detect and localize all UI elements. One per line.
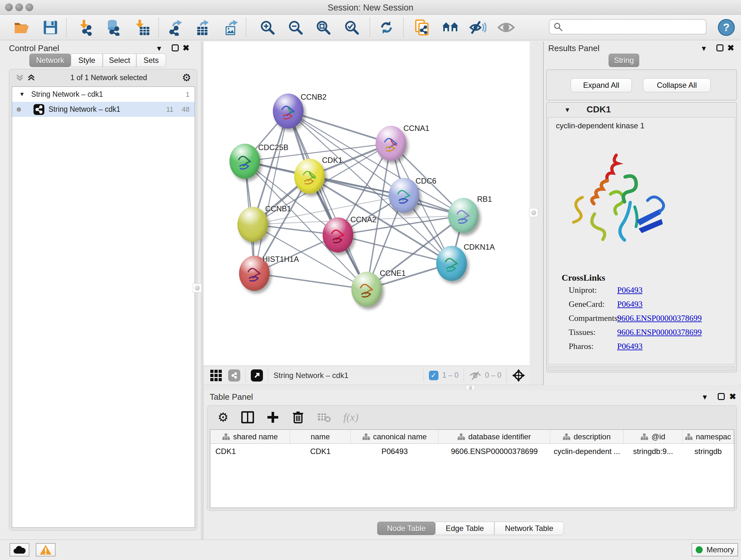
column-header-label: canonical name <box>373 432 427 441</box>
add-column-icon[interactable] <box>267 411 279 423</box>
clone-network-button[interactable] <box>413 18 431 37</box>
crosslink-link[interactable]: 9606.ENSP00000378699 <box>617 314 702 323</box>
section-expander-icon[interactable]: ▼ <box>564 106 570 114</box>
column-header-label: description <box>574 432 610 441</box>
birds-eye-view-icon[interactable] <box>210 369 222 382</box>
tab-sets[interactable]: Sets <box>136 54 166 67</box>
zoom-selected-button[interactable] <box>343 18 360 37</box>
tab-select[interactable]: Select <box>103 54 136 67</box>
control-panel-float-button[interactable]: ▾ <box>157 44 161 52</box>
protein-description: cyclin-dependent kinase 1 <box>556 121 645 130</box>
column-header--id[interactable]: @id <box>623 430 683 443</box>
crosslink-link[interactable]: 9606.ENSP00000378699 <box>617 327 702 337</box>
collection-expander-icon[interactable]: ▼ <box>19 91 25 98</box>
crosslink-link[interactable]: P06493 <box>617 341 643 351</box>
right-split-grip[interactable] <box>529 208 538 217</box>
network-node-CCNA2[interactable] <box>323 217 353 253</box>
save-session-button[interactable] <box>42 18 59 37</box>
refresh-icon <box>379 20 394 35</box>
control-panel-close-button[interactable]: ✖ <box>183 44 190 52</box>
selected-checkbox-icon[interactable]: ✓ <box>429 371 439 380</box>
network-node-CDKN1A[interactable] <box>436 246 467 281</box>
open-in-new-window-icon[interactable] <box>251 369 263 381</box>
results-panel-maximize-button[interactable] <box>717 44 724 51</box>
network-node-CDC6[interactable] <box>389 178 419 213</box>
show-all-button[interactable] <box>497 18 515 37</box>
results-hscrollbar[interactable] <box>548 366 735 371</box>
horizontal-split-grip[interactable] <box>466 385 475 390</box>
tab-node-table[interactable]: Node Table <box>377 522 435 535</box>
left-split-grip[interactable] <box>193 284 202 293</box>
export-network-button[interactable] <box>167 18 185 37</box>
tab-network[interactable]: Network <box>29 54 71 67</box>
table-options-gear-icon[interactable]: ⚙ <box>218 410 228 424</box>
search-input[interactable] <box>563 22 697 31</box>
delete-column-icon[interactable] <box>292 411 304 424</box>
cloud-status-button[interactable] <box>10 543 29 557</box>
column-header-label: @id <box>651 432 665 441</box>
table-panel-float-button[interactable]: ▾ <box>703 393 707 401</box>
expand-all-icon[interactable] <box>27 73 36 82</box>
collapse-all-button[interactable]: Collapse All <box>643 78 711 92</box>
table-cell: CDK1 <box>290 444 351 459</box>
network-node-CDC25B[interactable] <box>229 144 260 179</box>
column-header-canonical-name[interactable]: canonical name <box>351 430 439 443</box>
network-node-CDK1[interactable] <box>294 159 325 194</box>
network-node-CCNB2[interactable] <box>273 94 304 129</box>
open-session-button[interactable] <box>13 18 30 37</box>
network-canvas[interactable]: CCNB2CCNA1CDC25BCDK1CDC6RB1CCNB1CCNA2CDK… <box>203 42 530 366</box>
crosslink-link[interactable]: P06493 <box>617 286 643 295</box>
table-panel-maximize-button[interactable] <box>718 393 725 400</box>
apply-layout-button[interactable] <box>378 18 395 37</box>
expand-all-button[interactable]: Expand All <box>570 78 632 92</box>
network-node-CCNE1[interactable] <box>351 272 382 307</box>
network-collection-row[interactable]: ▼ String Network – cdk1 1 <box>12 87 195 102</box>
column-header-shared-name[interactable]: shared name <box>210 430 290 443</box>
node-label-CCNA1: CCNA1 <box>403 124 429 133</box>
crosslink-link[interactable]: P06493 <box>617 300 643 309</box>
show-columns-icon[interactable] <box>241 411 254 423</box>
zoom-in-button[interactable] <box>259 18 276 37</box>
toolbar-separator <box>369 18 370 37</box>
node-table: shared namenamecanonical namedatabase id… <box>210 429 734 508</box>
network-node-CCNA1[interactable] <box>376 126 406 161</box>
node-label-CDKN1A: CDKN1A <box>464 243 495 252</box>
help-button[interactable]: ? <box>718 18 735 37</box>
warning-status-button[interactable] <box>36 543 56 557</box>
import-network-from-file-button[interactable] <box>77 18 95 37</box>
memory-button[interactable]: Memory <box>691 543 738 557</box>
column-header-description[interactable]: description <box>550 430 623 443</box>
tab-edge-table[interactable]: Edge Table <box>435 522 494 535</box>
results-panel-close-button[interactable]: ✖ <box>727 44 734 52</box>
results-panel-float-button[interactable]: ▾ <box>702 44 706 52</box>
tab-network-table[interactable]: Network Table <box>494 522 564 535</box>
zoom-fit-button[interactable] <box>314 18 332 37</box>
hide-selected-button[interactable] <box>469 18 487 37</box>
protein-ribbon-thumbnail <box>376 126 406 161</box>
hidden-eye-slash-icon[interactable] <box>469 370 482 381</box>
zoom-out-button[interactable] <box>286 18 305 37</box>
column-header-namespac[interactable]: namespac <box>683 430 734 443</box>
main-toolbar: ? <box>0 15 741 40</box>
network-node-CCNB1[interactable] <box>238 207 268 242</box>
navigator-crosshair-icon[interactable] <box>512 369 525 382</box>
table-row[interactable]: CDK1CDK1P064939606.ENSP00000378699cyclin… <box>210 444 734 459</box>
search-box[interactable] <box>549 19 706 35</box>
network-badge-icon[interactable] <box>228 369 240 381</box>
tab-string[interactable]: String <box>609 54 639 67</box>
network-options-gear-icon[interactable]: ⚙ <box>182 71 191 84</box>
import-network-from-database-button[interactable] <box>104 18 122 37</box>
column-header-name[interactable]: name <box>290 430 351 443</box>
column-header-database-identifier[interactable]: database identifier <box>439 430 550 443</box>
import-table-from-file-button[interactable] <box>133 18 151 37</box>
first-neighbors-button[interactable] <box>441 18 459 37</box>
control-panel-maximize-button[interactable] <box>172 44 179 51</box>
export-image-button[interactable] <box>222 18 240 37</box>
tab-style[interactable]: Style <box>71 54 103 67</box>
network-row[interactable]: String Network – cdk1 11 48 <box>12 102 195 117</box>
collapse-all-icon[interactable] <box>16 73 24 82</box>
network-node-RB1[interactable] <box>448 198 479 233</box>
export-table-button[interactable] <box>194 18 212 37</box>
node-label-CDC6: CDC6 <box>415 177 436 186</box>
table-panel-close-button[interactable]: ✖ <box>729 392 736 401</box>
